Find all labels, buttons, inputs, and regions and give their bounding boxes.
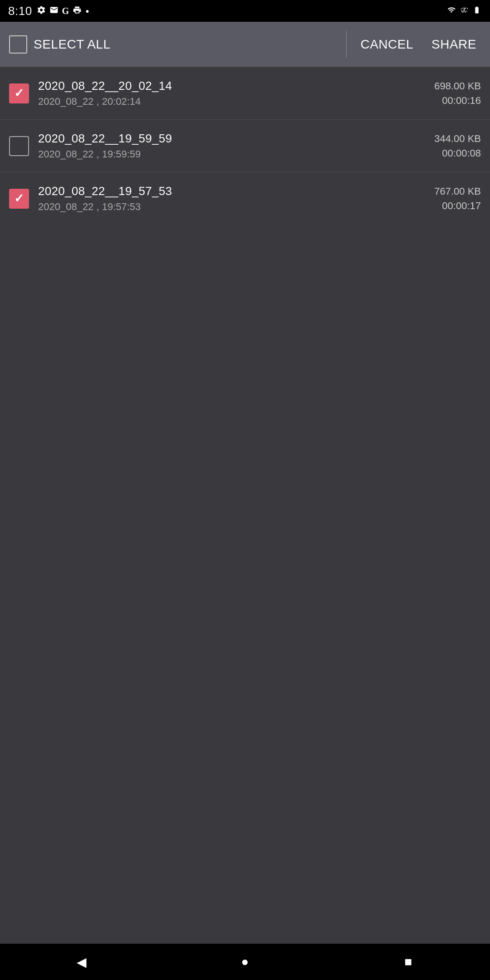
back-icon: ◀ xyxy=(77,955,87,970)
home-button[interactable]: ● xyxy=(227,948,263,975)
select-all-label: SELECT ALL xyxy=(34,37,110,52)
mail-icon xyxy=(49,5,59,17)
battery-icon xyxy=(472,6,482,16)
item-date-2: 2020_08_22 , 19:59:59 xyxy=(38,148,408,160)
item-meta-1: 698.00 KB 00:00:16 xyxy=(408,80,481,107)
item-size-1: 698.00 KB xyxy=(434,80,481,92)
status-icons: G ● xyxy=(37,5,89,17)
item-size-2: 344.00 KB xyxy=(434,133,481,145)
recents-button[interactable]: ■ xyxy=(390,948,426,975)
toolbar-divider xyxy=(346,31,347,58)
nav-bar: ◀ ● ■ xyxy=(0,944,490,980)
item-checkbox-1[interactable]: ✓ xyxy=(9,83,29,103)
toolbar: SELECT ALL CANCEL SHARE xyxy=(0,22,490,67)
select-all-button[interactable]: SELECT ALL xyxy=(9,35,342,54)
google-icon: G xyxy=(62,6,69,16)
item-date-1: 2020_08_22 , 20:02:14 xyxy=(38,96,408,108)
wifi-icon xyxy=(446,6,456,16)
select-all-checkbox[interactable] xyxy=(9,35,27,54)
back-button[interactable]: ◀ xyxy=(64,948,100,975)
status-time: 8:10 xyxy=(8,4,32,18)
status-bar-left: 8:10 G ● xyxy=(8,4,89,18)
item-info-3: 2020_08_22__19_57_53 2020_08_22 , 19:57:… xyxy=(38,184,408,213)
recording-list: ✓ 2020_08_22__20_02_14 2020_08_22 , 20:0… xyxy=(0,67,490,944)
status-bar-right xyxy=(446,6,482,16)
item-meta-2: 344.00 KB 00:00:08 xyxy=(408,133,481,159)
item-duration-3: 00:00:17 xyxy=(442,200,481,212)
list-item[interactable]: 2020_08_22__19_59_59 2020_08_22 , 19:59:… xyxy=(0,120,490,172)
checkmark-icon: ✓ xyxy=(14,191,24,206)
home-icon: ● xyxy=(241,955,249,969)
print-icon xyxy=(73,5,82,17)
item-checkbox-3[interactable]: ✓ xyxy=(9,189,29,209)
item-info-1: 2020_08_22__20_02_14 2020_08_22 , 20:02:… xyxy=(38,79,408,108)
item-size-3: 767.00 KB xyxy=(434,186,481,197)
share-button[interactable]: SHARE xyxy=(422,33,481,56)
cancel-button[interactable]: CANCEL xyxy=(351,33,422,56)
item-date-3: 2020_08_22 , 19:57:53 xyxy=(38,201,408,213)
item-name-3: 2020_08_22__19_57_53 xyxy=(38,184,408,198)
checkmark-icon: ✓ xyxy=(14,86,24,100)
item-duration-1: 00:00:16 xyxy=(442,95,481,107)
item-duration-2: 00:00:08 xyxy=(442,147,481,159)
item-name-2: 2020_08_22__19_59_59 xyxy=(38,132,408,146)
list-item[interactable]: ✓ 2020_08_22__20_02_14 2020_08_22 , 20:0… xyxy=(0,67,490,120)
recents-icon: ■ xyxy=(405,955,412,969)
signal-icon xyxy=(460,6,468,16)
notification-dot: ● xyxy=(85,7,89,15)
settings-icon xyxy=(37,5,46,17)
item-info-2: 2020_08_22__19_59_59 2020_08_22 , 19:59:… xyxy=(38,132,408,160)
item-name-1: 2020_08_22__20_02_14 xyxy=(38,79,408,93)
list-item[interactable]: ✓ 2020_08_22__19_57_53 2020_08_22 , 19:5… xyxy=(0,172,490,225)
item-meta-3: 767.00 KB 00:00:17 xyxy=(408,186,481,212)
status-bar: 8:10 G ● xyxy=(0,0,490,22)
item-checkbox-2[interactable] xyxy=(9,136,29,156)
